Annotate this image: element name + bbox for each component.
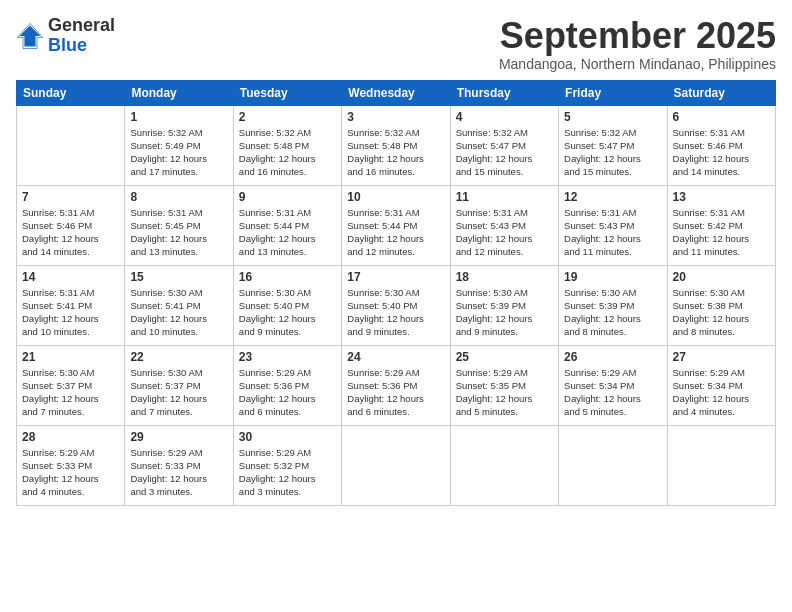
day-number: 19 [564, 270, 661, 284]
day-info: Sunrise: 5:31 AMSunset: 5:41 PMDaylight:… [22, 286, 119, 339]
day-number: 22 [130, 350, 227, 364]
day-info: Sunrise: 5:30 AMSunset: 5:40 PMDaylight:… [347, 286, 444, 339]
day-info: Sunrise: 5:29 AMSunset: 5:33 PMDaylight:… [130, 446, 227, 499]
calendar-cell-1-4: 11Sunrise: 5:31 AMSunset: 5:43 PMDayligh… [450, 185, 558, 265]
day-number: 14 [22, 270, 119, 284]
calendar-cell-4-0: 28Sunrise: 5:29 AMSunset: 5:33 PMDayligh… [17, 425, 125, 505]
day-info: Sunrise: 5:30 AMSunset: 5:41 PMDaylight:… [130, 286, 227, 339]
day-info: Sunrise: 5:31 AMSunset: 5:46 PMDaylight:… [673, 126, 770, 179]
day-info: Sunrise: 5:29 AMSunset: 5:36 PMDaylight:… [239, 366, 336, 419]
calendar-cell-1-2: 9Sunrise: 5:31 AMSunset: 5:44 PMDaylight… [233, 185, 341, 265]
calendar-cell-4-4 [450, 425, 558, 505]
day-info: Sunrise: 5:31 AMSunset: 5:42 PMDaylight:… [673, 206, 770, 259]
week-row-2: 7Sunrise: 5:31 AMSunset: 5:46 PMDaylight… [17, 185, 776, 265]
calendar-cell-1-1: 8Sunrise: 5:31 AMSunset: 5:45 PMDaylight… [125, 185, 233, 265]
day-number: 20 [673, 270, 770, 284]
day-info: Sunrise: 5:30 AMSunset: 5:39 PMDaylight:… [564, 286, 661, 339]
day-number: 17 [347, 270, 444, 284]
day-info: Sunrise: 5:30 AMSunset: 5:37 PMDaylight:… [130, 366, 227, 419]
week-row-5: 28Sunrise: 5:29 AMSunset: 5:33 PMDayligh… [17, 425, 776, 505]
logo-text: General Blue [48, 16, 115, 56]
day-number: 23 [239, 350, 336, 364]
day-info: Sunrise: 5:32 AMSunset: 5:48 PMDaylight:… [347, 126, 444, 179]
day-number: 29 [130, 430, 227, 444]
calendar-cell-3-0: 21Sunrise: 5:30 AMSunset: 5:37 PMDayligh… [17, 345, 125, 425]
calendar-cell-3-5: 26Sunrise: 5:29 AMSunset: 5:34 PMDayligh… [559, 345, 667, 425]
day-number: 21 [22, 350, 119, 364]
day-info: Sunrise: 5:30 AMSunset: 5:40 PMDaylight:… [239, 286, 336, 339]
calendar-cell-1-5: 12Sunrise: 5:31 AMSunset: 5:43 PMDayligh… [559, 185, 667, 265]
day-info: Sunrise: 5:29 AMSunset: 5:34 PMDaylight:… [673, 366, 770, 419]
calendar-cell-2-1: 15Sunrise: 5:30 AMSunset: 5:41 PMDayligh… [125, 265, 233, 345]
calendar-cell-1-0: 7Sunrise: 5:31 AMSunset: 5:46 PMDaylight… [17, 185, 125, 265]
day-info: Sunrise: 5:29 AMSunset: 5:34 PMDaylight:… [564, 366, 661, 419]
calendar-cell-1-3: 10Sunrise: 5:31 AMSunset: 5:44 PMDayligh… [342, 185, 450, 265]
day-number: 5 [564, 110, 661, 124]
title-section: September 2025 Mandangoa, Northern Minda… [499, 16, 776, 72]
day-number: 6 [673, 110, 770, 124]
page-header: General Blue September 2025 Mandangoa, N… [16, 16, 776, 72]
month-title: September 2025 [499, 16, 776, 56]
day-info: Sunrise: 5:30 AMSunset: 5:39 PMDaylight:… [456, 286, 553, 339]
day-info: Sunrise: 5:31 AMSunset: 5:46 PMDaylight:… [22, 206, 119, 259]
calendar-cell-3-1: 22Sunrise: 5:30 AMSunset: 5:37 PMDayligh… [125, 345, 233, 425]
calendar-cell-3-2: 23Sunrise: 5:29 AMSunset: 5:36 PMDayligh… [233, 345, 341, 425]
header-friday: Friday [559, 80, 667, 105]
weekday-header-row: Sunday Monday Tuesday Wednesday Thursday… [17, 80, 776, 105]
header-saturday: Saturday [667, 80, 775, 105]
calendar-cell-4-1: 29Sunrise: 5:29 AMSunset: 5:33 PMDayligh… [125, 425, 233, 505]
calendar-cell-3-4: 25Sunrise: 5:29 AMSunset: 5:35 PMDayligh… [450, 345, 558, 425]
day-number: 27 [673, 350, 770, 364]
calendar-cell-4-2: 30Sunrise: 5:29 AMSunset: 5:32 PMDayligh… [233, 425, 341, 505]
day-number: 28 [22, 430, 119, 444]
day-number: 16 [239, 270, 336, 284]
day-info: Sunrise: 5:29 AMSunset: 5:32 PMDaylight:… [239, 446, 336, 499]
day-number: 18 [456, 270, 553, 284]
week-row-3: 14Sunrise: 5:31 AMSunset: 5:41 PMDayligh… [17, 265, 776, 345]
day-info: Sunrise: 5:30 AMSunset: 5:37 PMDaylight:… [22, 366, 119, 419]
calendar-table: Sunday Monday Tuesday Wednesday Thursday… [16, 80, 776, 506]
day-number: 24 [347, 350, 444, 364]
calendar-cell-2-6: 20Sunrise: 5:30 AMSunset: 5:38 PMDayligh… [667, 265, 775, 345]
day-info: Sunrise: 5:31 AMSunset: 5:43 PMDaylight:… [456, 206, 553, 259]
day-number: 15 [130, 270, 227, 284]
logo: General Blue [16, 16, 115, 56]
day-number: 10 [347, 190, 444, 204]
day-info: Sunrise: 5:32 AMSunset: 5:47 PMDaylight:… [456, 126, 553, 179]
logo-icon [16, 22, 44, 50]
calendar-cell-1-6: 13Sunrise: 5:31 AMSunset: 5:42 PMDayligh… [667, 185, 775, 265]
day-number: 4 [456, 110, 553, 124]
calendar-cell-2-0: 14Sunrise: 5:31 AMSunset: 5:41 PMDayligh… [17, 265, 125, 345]
day-number: 3 [347, 110, 444, 124]
calendar-cell-0-3: 3Sunrise: 5:32 AMSunset: 5:48 PMDaylight… [342, 105, 450, 185]
calendar-cell-4-6 [667, 425, 775, 505]
day-info: Sunrise: 5:31 AMSunset: 5:44 PMDaylight:… [239, 206, 336, 259]
day-info: Sunrise: 5:31 AMSunset: 5:43 PMDaylight:… [564, 206, 661, 259]
day-info: Sunrise: 5:29 AMSunset: 5:35 PMDaylight:… [456, 366, 553, 419]
header-wednesday: Wednesday [342, 80, 450, 105]
day-info: Sunrise: 5:32 AMSunset: 5:47 PMDaylight:… [564, 126, 661, 179]
header-thursday: Thursday [450, 80, 558, 105]
header-sunday: Sunday [17, 80, 125, 105]
calendar-cell-2-4: 18Sunrise: 5:30 AMSunset: 5:39 PMDayligh… [450, 265, 558, 345]
day-number: 26 [564, 350, 661, 364]
day-number: 25 [456, 350, 553, 364]
calendar-cell-0-5: 5Sunrise: 5:32 AMSunset: 5:47 PMDaylight… [559, 105, 667, 185]
day-number: 8 [130, 190, 227, 204]
location-title: Mandangoa, Northern Mindanao, Philippine… [499, 56, 776, 72]
day-number: 9 [239, 190, 336, 204]
calendar-cell-2-2: 16Sunrise: 5:30 AMSunset: 5:40 PMDayligh… [233, 265, 341, 345]
week-row-1: 1Sunrise: 5:32 AMSunset: 5:49 PMDaylight… [17, 105, 776, 185]
calendar-cell-3-3: 24Sunrise: 5:29 AMSunset: 5:36 PMDayligh… [342, 345, 450, 425]
day-info: Sunrise: 5:31 AMSunset: 5:44 PMDaylight:… [347, 206, 444, 259]
calendar-cell-0-2: 2Sunrise: 5:32 AMSunset: 5:48 PMDaylight… [233, 105, 341, 185]
day-info: Sunrise: 5:31 AMSunset: 5:45 PMDaylight:… [130, 206, 227, 259]
calendar-cell-0-1: 1Sunrise: 5:32 AMSunset: 5:49 PMDaylight… [125, 105, 233, 185]
calendar-cell-0-0 [17, 105, 125, 185]
day-info: Sunrise: 5:30 AMSunset: 5:38 PMDaylight:… [673, 286, 770, 339]
calendar-cell-4-5 [559, 425, 667, 505]
day-number: 30 [239, 430, 336, 444]
header-monday: Monday [125, 80, 233, 105]
day-number: 11 [456, 190, 553, 204]
calendar-cell-2-3: 17Sunrise: 5:30 AMSunset: 5:40 PMDayligh… [342, 265, 450, 345]
